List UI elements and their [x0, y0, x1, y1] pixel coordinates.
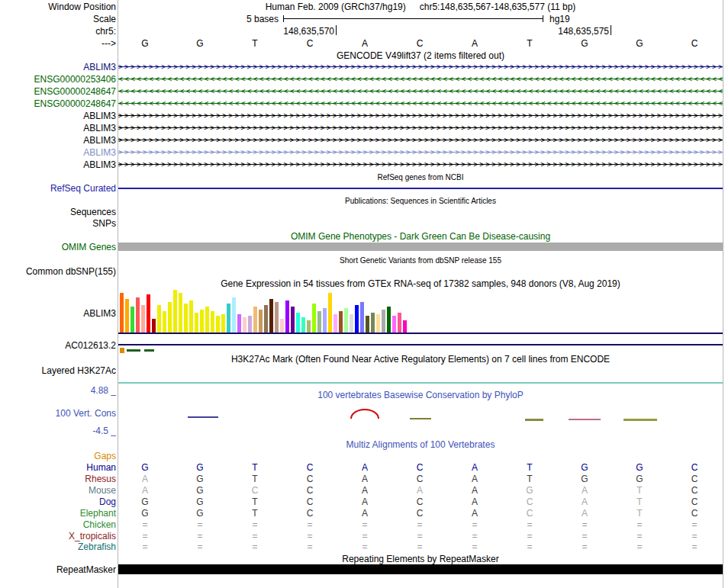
gtex-bar[interactable] — [195, 313, 198, 333]
refseq-track-header[interactable]: RefSeq genes from NCBI — [118, 173, 723, 182]
gtex-bar[interactable] — [152, 319, 156, 333]
gene-label-5[interactable]: ABLIM3 — [83, 111, 116, 120]
gtex-bar[interactable] — [130, 307, 134, 333]
h3k27ac-track-header[interactable]: H3K27Ac Mark (Often Found Near Active Re… — [118, 355, 723, 364]
refseq-curated-line[interactable] — [118, 188, 723, 189]
gtex-bar[interactable] — [243, 317, 246, 333]
gtex-bar[interactable] — [200, 310, 204, 333]
gtex-bar[interactable] — [312, 304, 316, 333]
gtex-bar[interactable] — [387, 307, 391, 333]
gtex-bar[interactable] — [136, 297, 140, 333]
gtex-bar[interactable] — [184, 304, 188, 333]
track-label-refseq-curated[interactable]: RefSeq Curated — [50, 184, 116, 193]
gtex-bar[interactable] — [371, 313, 375, 333]
gtex-bar[interactable] — [344, 308, 348, 333]
gtex-bar[interactable] — [398, 313, 401, 333]
gtex-bar[interactable] — [280, 319, 284, 333]
species-label-dog[interactable]: Dog — [99, 497, 116, 506]
track-label-snps[interactable]: SNPs — [92, 219, 116, 228]
gtex-bar[interactable] — [382, 310, 385, 333]
gtex-bar[interactable] — [307, 320, 311, 333]
species-label-chicken[interactable]: Chicken — [83, 520, 116, 529]
gtex-bar[interactable] — [120, 293, 124, 333]
gtex-bar[interactable] — [232, 297, 236, 333]
multiz-track-header[interactable]: Multiz Alignments of 100 Vertebrates — [118, 440, 723, 449]
gene-label-7[interactable]: ABLIM3 — [83, 136, 116, 145]
phylop-track-header[interactable]: 100 vertebrates Basewise Conservation by… — [118, 390, 723, 400]
track-label-common-dbsnp155[interactable]: Common dbSNP(155) — [26, 267, 116, 276]
ac012613-line[interactable] — [118, 344, 723, 345]
track-label-ac012613[interactable]: AC012613.2 — [65, 341, 116, 350]
track-label-repeatmasker[interactable]: RepeatMasker — [56, 565, 116, 574]
gtex-bar[interactable] — [147, 294, 150, 333]
species-label-rhesus[interactable]: Rhesus — [85, 474, 116, 484]
gtex-bar[interactable] — [355, 305, 359, 333]
gtex-bar[interactable] — [301, 317, 305, 333]
gtex-bar[interactable] — [205, 307, 209, 333]
gtex-bar[interactable] — [125, 299, 129, 333]
gtex-bar[interactable] — [227, 304, 230, 333]
gene-row-7[interactable]: >>>>>>>>>>>>>>>>>>>>>>>>>>>>>>>>>>>>>>>>… — [118, 136, 723, 145]
gtex-bar[interactable] — [275, 302, 279, 333]
gtex-bar[interactable] — [366, 316, 369, 333]
gtex-bar[interactable] — [269, 299, 273, 333]
gene-row-2[interactable]: <<<<<<<<<<<<<<<<<<<<<<<<<<<<<<<<<<<<<<<<… — [118, 75, 723, 84]
track-label-sequences[interactable]: Sequences — [70, 207, 116, 217]
track-label-gtex-ablim3[interactable]: ABLIM3 — [83, 309, 116, 318]
gene-label-4[interactable]: ENSG00000248647 — [34, 99, 116, 108]
h3k27ac-signal-line[interactable] — [118, 382, 723, 384]
gtex-bar[interactable] — [216, 316, 220, 333]
gtex-bar[interactable] — [141, 305, 145, 333]
repeatmasker-track-header[interactable]: Repeating Elements by RepeatMasker — [118, 554, 723, 564]
species-label-elephant[interactable]: Elephant — [80, 509, 116, 518]
gtex-gene-baseline[interactable] — [118, 333, 723, 334]
gtex-bar[interactable] — [237, 314, 241, 333]
gtex-track-header[interactable]: Gene Expression in 54 tissues from GTEx … — [118, 279, 723, 288]
gtex-bar[interactable] — [285, 300, 289, 333]
gene-row-5[interactable]: >>>>>>>>>>>>>>>>>>>>>>>>>>>>>>>>>>>>>>>>… — [118, 111, 723, 120]
gtex-bar[interactable] — [253, 307, 257, 333]
gene-label-1[interactable]: ABLIM3 — [83, 63, 116, 72]
gtex-bar[interactable] — [403, 320, 407, 333]
gtex-bar[interactable] — [360, 302, 364, 333]
gtex-bar[interactable] — [339, 311, 343, 333]
gtex-bar[interactable] — [211, 311, 214, 333]
gene-row-3[interactable]: <<<<<<<<<<<<<<<<<<<<<<<<<<<<<<<<<<<<<<<<… — [118, 87, 723, 96]
gtex-bar[interactable] — [392, 316, 396, 333]
gtex-bar[interactable] — [350, 314, 353, 333]
gtex-bar[interactable] — [179, 293, 182, 333]
gtex-bar[interactable] — [323, 308, 327, 333]
gtex-bar[interactable] — [334, 314, 337, 333]
species-label-human[interactable]: Human — [86, 463, 116, 472]
track-label-omim-genes[interactable]: OMIM Genes — [62, 243, 116, 252]
gene-label-9[interactable]: ABLIM3 — [83, 160, 116, 169]
gene-label-6[interactable]: ABLIM3 — [83, 124, 116, 133]
gene-row-6[interactable]: >>>>>>>>>>>>>>>>>>>>>>>>>>>>>>>>>>>>>>>>… — [118, 124, 723, 133]
gene-row-1[interactable]: >>>>>>>>>>>>>>>>>>>>>>>>>>>>>>>>>>>>>>>>… — [118, 63, 723, 72]
gtex-bar[interactable] — [189, 300, 193, 333]
repeatmasker-bar[interactable] — [118, 564, 723, 574]
gene-label-8[interactable]: ABLIM3 — [83, 148, 116, 157]
gtex-bar[interactable] — [376, 314, 380, 333]
track-label-h3k27ac[interactable]: Layered H3K27Ac — [42, 366, 116, 375]
gtex-bar[interactable] — [291, 307, 295, 333]
gtex-bar[interactable] — [157, 305, 161, 333]
gtex-bar[interactable] — [264, 305, 268, 333]
species-label-mouse[interactable]: Mouse — [89, 486, 116, 495]
gtex-bar[interactable] — [173, 290, 177, 333]
omim-track-header[interactable]: OMIM Gene Phenotypes - Dark Green Can Be… — [118, 232, 723, 241]
gtex-bar[interactable] — [296, 313, 300, 333]
gencode-track-header[interactable]: GENCODE V49lift37 (2 items filtered out) — [118, 51, 723, 60]
track-label-100-vert-cons[interactable]: 100 Vert. Cons — [56, 409, 116, 418]
gtex-bar[interactable] — [163, 311, 166, 333]
publications-track-header[interactable]: Publications: Sequences in Scientific Ar… — [118, 197, 723, 206]
gtex-bar[interactable] — [168, 302, 172, 333]
gtex-bar[interactable] — [248, 316, 252, 333]
omim-genes-bar[interactable] — [118, 243, 723, 251]
gtex-bar[interactable] — [317, 311, 321, 333]
gene-row-8[interactable]: >>>>>>>>>>>>>>>>>>>>>>>>>>>>>>>>>>>>>>>>… — [118, 148, 723, 157]
gene-label-3[interactable]: ENSG00000248647 — [34, 87, 116, 96]
gtex-bar[interactable] — [259, 310, 263, 333]
gene-row-4[interactable]: <<<<<<<<<<<<<<<<<<<<<<<<<<<<<<<<<<<<<<<<… — [118, 99, 723, 108]
species-label-zebrafish[interactable]: Zebrafish — [78, 542, 116, 551]
